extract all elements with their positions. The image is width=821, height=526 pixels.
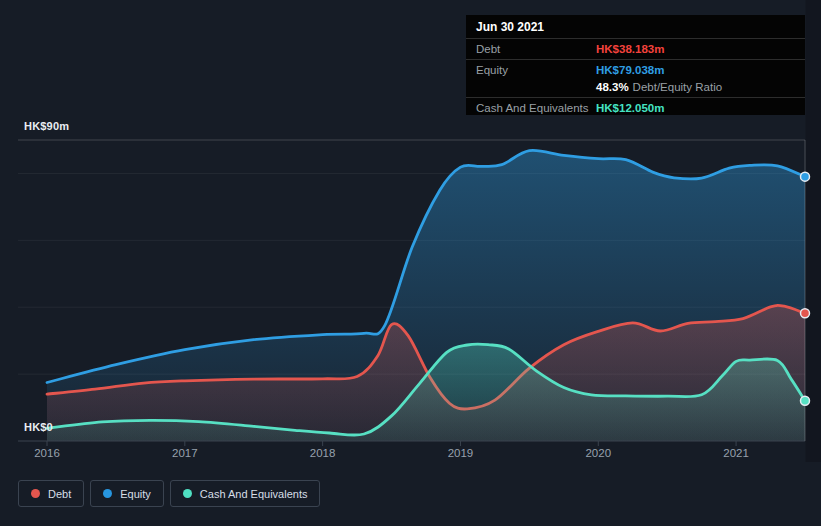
series-endpoint-marker [801,396,810,405]
x-axis-label-2020: 2020 [585,447,611,459]
debt-series-dot-icon [31,489,40,498]
chart-tooltip: Jun 30 2021 Debt HK$38.183m Equity HK$79… [466,15,805,115]
legend-item-debt[interactable]: Debt [18,480,84,507]
tooltip-cash-row: Cash And Equivalents HK$12.050m [466,97,805,118]
tooltip-cash-label: Cash And Equivalents [476,101,596,115]
tooltip-equity-label: Equity [476,63,596,77]
tooltip-equity-value: HK$79.038m [596,63,664,77]
tooltip-equity-row: Equity HK$79.038m [466,59,805,80]
x-axis-label-2017: 2017 [172,447,198,459]
equity-series-dot-icon [103,489,112,498]
x-axis-label-2018: 2018 [310,447,336,459]
right-shade [806,0,821,462]
x-axis-label-2021: 2021 [723,447,749,459]
legend-item-cash[interactable]: Cash And Equivalents [170,480,321,507]
legend-equity-label: Equity [120,488,151,500]
x-axis-label-2019: 2019 [448,447,474,459]
tooltip-debt-label: Debt [476,42,596,56]
tooltip-date: Jun 30 2021 [466,15,805,38]
x-axis-label-2016: 2016 [34,447,60,459]
series-endpoint-marker [801,309,810,318]
tooltip-debt-row: Debt HK$38.183m [466,38,805,59]
series-endpoint-marker [801,172,810,181]
tooltip-cash-value: HK$12.050m [596,101,664,115]
x-axis [18,441,805,446]
legend-debt-label: Debt [48,488,71,500]
tooltip-ratio-row: 48.3%Debt/Equity Ratio [466,80,805,97]
chart-legend: Debt Equity Cash And Equivalents [18,480,320,507]
y-axis-top-label: HK$90m [24,120,69,132]
cash-series-dot-icon [183,489,192,498]
legend-item-equity[interactable]: Equity [90,480,164,507]
legend-cash-label: Cash And Equivalents [200,488,308,500]
tooltip-debt-value: HK$38.183m [596,42,664,56]
y-axis-zero-label: HK$0 [24,421,53,433]
tooltip-ratio-label: Debt/Equity Ratio [633,81,723,93]
tooltip-ratio-value: 48.3% [596,81,629,93]
